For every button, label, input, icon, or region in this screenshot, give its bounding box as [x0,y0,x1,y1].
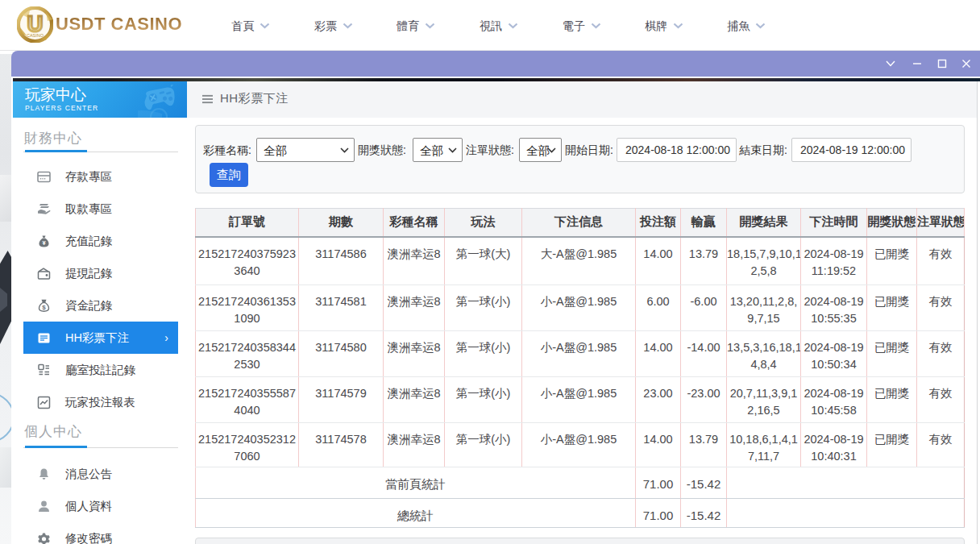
svg-text:U: U [27,12,44,36]
svg-text:$: $ [42,304,46,311]
svg-text:CASINO: CASINO [27,33,44,38]
